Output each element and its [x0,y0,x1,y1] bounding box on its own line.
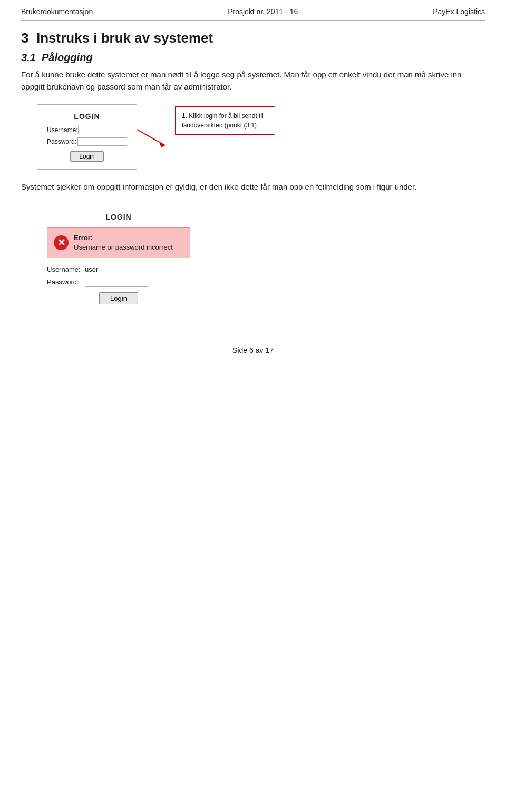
password-input-1[interactable] [77,137,127,146]
login-box-1: LOGIN Username: Password: Login [37,104,137,170]
login-button-2[interactable]: Login [99,292,138,304]
login-box-2: LOGIN ✕ Error: Username or password inco… [37,205,200,314]
footer-text: Side 6 av 17 [232,346,274,354]
login-box-2-title: LOGIN [47,213,190,221]
login-button-row-1: Login [47,151,127,162]
page-header: Brukerdokumentasjon Prosjekt nr. 2011 - … [21,0,485,21]
username-label-2: Username: [47,265,85,273]
username-row-1: Username: [47,126,127,134]
username-label-1: Username: [47,126,78,134]
svg-marker-0 [159,142,165,147]
login-button-1[interactable]: Login [70,151,103,162]
subsection-heading: 3.1 Pålogging [21,52,485,64]
header-left: Brukerdokumentasjon [21,7,93,16]
password-input-2[interactable] [85,278,148,287]
password-row-1: Password: [47,137,127,146]
password-label-1: Password: [47,138,77,145]
login-button-row-2: Login [47,292,190,304]
header-center: Prosjekt nr. 2011 - 16 [228,7,298,16]
header-right: PayEx Logistics [433,7,485,16]
login-illustration-2: LOGIN ✕ Error: Username or password inco… [37,205,485,314]
error-icon: ✕ [54,235,69,250]
username-input-1[interactable] [78,126,127,134]
username-row-2: Username: user [47,265,190,273]
callout-box: 1. Klikk login for å bli sendt til lando… [175,106,275,135]
login-illustration-1: LOGIN Username: Password: Login 1. Klikk… [37,104,485,170]
username-value-2: user [85,265,98,273]
intro-text: For å kunne bruke dette systemet er man … [21,69,485,93]
password-label-2: Password: [47,278,85,286]
arrow-icon [136,124,173,151]
body-text-2: Systemet sjekker om oppgitt informasjon … [21,181,485,193]
error-text: Error: Username or password incorrect [74,233,173,252]
login-box-1-title: LOGIN [47,112,127,121]
error-line-1: Error: [74,233,173,243]
footer: Side 6 av 17 [21,346,485,365]
error-line-2: Username or password incorrect [74,243,173,252]
password-row-2: Password: [47,278,190,287]
callout-text: 1. Klikk login for å bli sendt til lando… [182,112,264,129]
error-banner: ✕ Error: Username or password incorrect [47,227,190,258]
section-heading: 3 Instruks i bruk av systemet [21,30,485,46]
